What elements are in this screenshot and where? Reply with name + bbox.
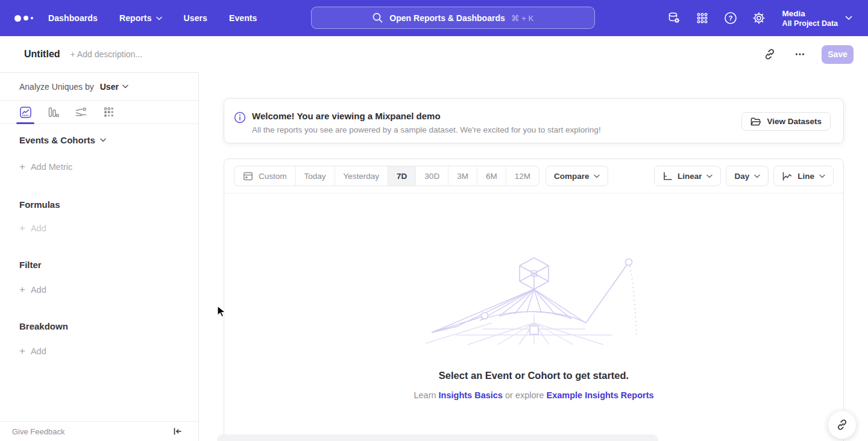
report-title[interactable]: Untitled bbox=[24, 49, 60, 60]
more-options-icon[interactable] bbox=[791, 46, 808, 63]
nav-item-reports[interactable]: Reports bbox=[119, 8, 162, 28]
grid-dots-tab-icon bbox=[102, 106, 115, 119]
empty-state-title: Select an Event or Cohort to get started… bbox=[224, 370, 843, 381]
example-reports-link[interactable]: Example Insights Reports bbox=[546, 390, 653, 400]
subtitle-text: or explore bbox=[505, 390, 544, 400]
tab-bar-chart[interactable] bbox=[44, 101, 62, 124]
mixpanel-logo[interactable] bbox=[14, 15, 39, 22]
scale-label: Linear bbox=[678, 172, 702, 181]
nav-item-events[interactable]: Events bbox=[229, 8, 257, 28]
chart-type-dropdown[interactable]: Line bbox=[773, 166, 834, 186]
query-builder-sidebar: Analyze Uniques by User bbox=[0, 72, 199, 441]
interval-dropdown[interactable]: Day bbox=[726, 166, 769, 186]
add-metric-button[interactable]: + Add Metric bbox=[19, 161, 198, 172]
search-shortcut: ⌘ + K bbox=[511, 13, 534, 23]
events-cohorts-label: Events & Cohorts bbox=[19, 135, 95, 145]
analyze-row: Analyze Uniques by User bbox=[0, 73, 198, 101]
breakdown-header: Breakdown bbox=[19, 321, 198, 331]
range-12m[interactable]: 12M bbox=[506, 166, 539, 186]
collapse-sidebar-icon[interactable] bbox=[173, 427, 182, 436]
nav-item-dashboards[interactable]: Dashboards bbox=[48, 8, 98, 28]
share-link-fab[interactable] bbox=[828, 410, 857, 439]
analyze-value-dropdown[interactable]: User bbox=[100, 82, 128, 92]
formulas-header: Formulas bbox=[19, 199, 198, 210]
range-today[interactable]: Today bbox=[295, 166, 335, 186]
linear-axis-icon bbox=[662, 171, 673, 181]
range-label: 7D bbox=[397, 172, 407, 181]
sidebar-footer: Give Feedback bbox=[0, 421, 198, 441]
chart-panel: Custom Today Yesterday 7D 30D 3M 6M 12M … bbox=[224, 158, 844, 441]
demo-banner: Welcome! You are viewing a Mixpanel demo… bbox=[224, 98, 844, 143]
events-cohorts-header[interactable]: Events & Cohorts bbox=[19, 135, 198, 145]
svg-text:?: ? bbox=[728, 14, 732, 22]
add-filter-button[interactable]: + Add bbox=[19, 284, 198, 295]
add-breakdown-button[interactable]: + Add bbox=[19, 346, 198, 356]
folder-icon bbox=[750, 117, 761, 127]
tab-insights-line[interactable] bbox=[16, 101, 34, 124]
compare-dropdown[interactable]: Compare bbox=[546, 166, 609, 186]
plus-icon: + bbox=[19, 161, 25, 172]
settings-gear-icon[interactable] bbox=[752, 11, 766, 25]
give-feedback-link[interactable]: Give Feedback bbox=[12, 427, 64, 436]
scale-dropdown[interactable]: Linear bbox=[654, 166, 722, 186]
range-label: 3M bbox=[457, 172, 468, 181]
add-metric-label: Add Metric bbox=[31, 162, 72, 172]
chevron-down-icon bbox=[845, 16, 852, 20]
breakdown-label: Breakdown bbox=[19, 321, 68, 331]
range-label: 30D bbox=[424, 172, 439, 181]
chart-type-label: Line bbox=[797, 172, 814, 181]
range-3m[interactable]: 3M bbox=[448, 166, 477, 186]
chevron-down-icon bbox=[706, 174, 712, 178]
analyze-value: User bbox=[100, 82, 119, 92]
range-yesterday[interactable]: Yesterday bbox=[335, 166, 388, 186]
range-label: 12M bbox=[515, 172, 530, 181]
add-breakdown-label: Add bbox=[31, 346, 46, 356]
copy-link-icon[interactable] bbox=[761, 46, 778, 63]
visualization-tabs bbox=[0, 101, 198, 124]
add-formula-button[interactable]: + Add bbox=[19, 223, 198, 233]
report-canvas: Welcome! You are viewing a Mixpanel demo… bbox=[199, 72, 868, 441]
project-name: Media bbox=[782, 8, 838, 19]
search-icon bbox=[372, 12, 383, 23]
range-6m[interactable]: 6M bbox=[477, 166, 506, 186]
formulas-label: Formulas bbox=[19, 199, 60, 210]
save-button[interactable]: Save bbox=[822, 45, 854, 64]
nav-item-label: Events bbox=[229, 13, 257, 23]
chevron-down-icon bbox=[100, 138, 106, 142]
empty-state-subtitle: Learn Insights Basics or explore Example… bbox=[224, 390, 843, 400]
banner-title: Welcome! You are viewing a Mixpanel demo bbox=[252, 111, 441, 121]
plus-icon: + bbox=[19, 223, 25, 233]
next-panel-edge bbox=[217, 435, 658, 441]
interval-label: Day bbox=[734, 172, 749, 181]
nav-item-label: Reports bbox=[119, 13, 152, 23]
top-nav: Dashboards Reports Users Events Open Rep… bbox=[0, 0, 868, 36]
chevron-down-icon bbox=[754, 174, 760, 178]
global-search[interactable]: Open Reports & Dashboards ⌘ + K bbox=[311, 7, 595, 29]
view-datasets-label: View Datasets bbox=[767, 117, 822, 126]
calendar-icon bbox=[243, 171, 253, 181]
apps-grid-icon[interactable] bbox=[695, 11, 709, 25]
add-filter-label: Add bbox=[31, 285, 46, 295]
tab-retention-grid[interactable] bbox=[99, 101, 118, 124]
plus-icon: + bbox=[19, 284, 25, 295]
nav-item-label: Dashboards bbox=[48, 13, 98, 23]
project-switcher[interactable]: Media All Project Data bbox=[782, 8, 852, 28]
search-label: Open Reports & Dashboards bbox=[389, 13, 505, 23]
help-icon[interactable]: ? bbox=[723, 11, 738, 25]
data-management-icon[interactable] bbox=[667, 11, 681, 25]
chevron-down-icon bbox=[156, 16, 162, 20]
range-custom[interactable]: Custom bbox=[234, 166, 295, 186]
tab-flows[interactable] bbox=[72, 101, 90, 124]
report-header: Untitled + Add description... Save bbox=[0, 36, 868, 72]
nav-item-users[interactable]: Users bbox=[184, 8, 207, 28]
info-icon bbox=[234, 111, 246, 126]
range-30d[interactable]: 30D bbox=[415, 166, 448, 186]
insights-basics-link[interactable]: Insights Basics bbox=[439, 390, 503, 400]
range-7d[interactable]: 7D bbox=[388, 166, 415, 186]
bar-chart-tab-icon bbox=[47, 106, 60, 119]
flows-tab-icon bbox=[75, 106, 87, 119]
chevron-down-icon bbox=[594, 174, 600, 178]
report-description-placeholder[interactable]: + Add description... bbox=[71, 49, 142, 59]
view-datasets-button[interactable]: View Datasets bbox=[741, 112, 831, 131]
line-chart-icon bbox=[782, 171, 793, 181]
